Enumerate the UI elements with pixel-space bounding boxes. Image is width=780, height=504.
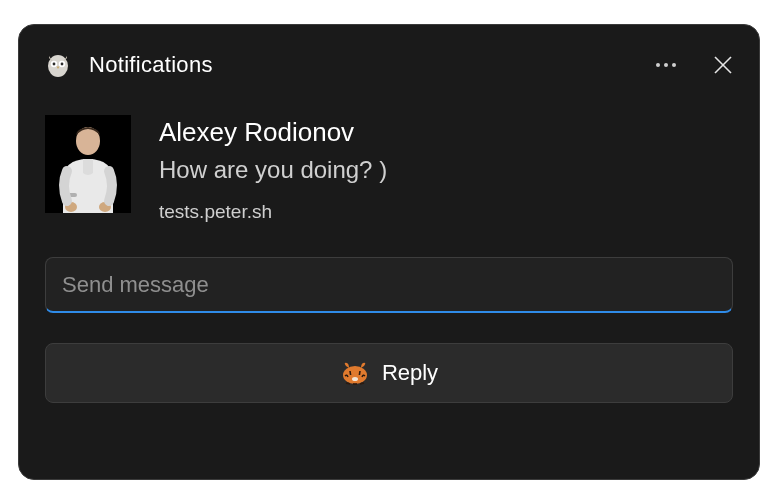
svg-point-7 bbox=[672, 63, 676, 67]
tiger-icon bbox=[340, 360, 370, 386]
close-icon[interactable] bbox=[713, 55, 733, 75]
button-row: Reply bbox=[19, 313, 759, 403]
sender-name: Alexey Rodionov bbox=[159, 117, 387, 148]
svg-line-19 bbox=[360, 383, 364, 384]
message-input[interactable] bbox=[45, 257, 733, 313]
owl-icon bbox=[45, 52, 71, 78]
svg-point-5 bbox=[656, 63, 660, 67]
svg-line-17 bbox=[346, 383, 350, 384]
header-actions bbox=[653, 55, 733, 75]
input-row bbox=[19, 223, 759, 313]
reply-button[interactable]: Reply bbox=[45, 343, 733, 403]
toast-header: Notifications bbox=[19, 25, 759, 85]
svg-point-4 bbox=[61, 63, 64, 66]
source-domain: tests.peter.sh bbox=[159, 201, 387, 223]
svg-point-0 bbox=[48, 55, 68, 77]
message-body: How are you doing? ) bbox=[159, 154, 387, 185]
svg-point-3 bbox=[53, 63, 56, 66]
app-title: Notifications bbox=[89, 52, 213, 78]
notification-toast: Notifications bbox=[18, 24, 760, 480]
svg-point-16 bbox=[352, 377, 358, 381]
notification-text: Alexey Rodionov How are you doing? ) tes… bbox=[159, 115, 387, 223]
avatar bbox=[45, 115, 131, 213]
svg-point-6 bbox=[664, 63, 668, 67]
more-horizontal-icon[interactable] bbox=[653, 55, 679, 75]
notification-content: Alexey Rodionov How are you doing? ) tes… bbox=[19, 85, 759, 223]
reply-button-label: Reply bbox=[382, 360, 438, 386]
